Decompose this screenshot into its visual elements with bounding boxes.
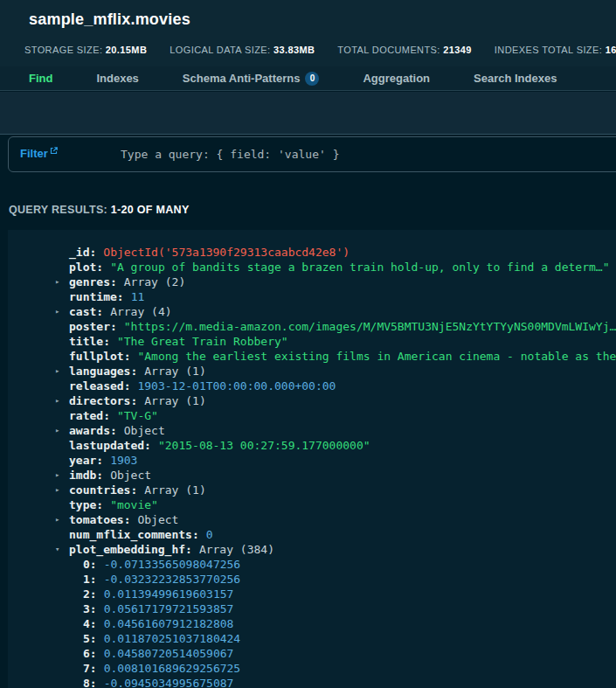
document-field-row[interactable]: 8:-0.0945034995675087 [8,676,616,688]
tab-aggregation[interactable]: Aggregation [363,72,430,85]
field-value: 0.04561607912182808 [104,616,234,631]
document-field-row[interactable]: 1:-0.03232232853770256 [8,572,616,587]
field-value: 0 [206,527,213,542]
document-field-row[interactable]: ▸imdb:Object [8,468,616,483]
expand-arrow-icon[interactable]: ▸ [55,423,69,438]
field-key: 1 [83,572,90,587]
document-field-row[interactable]: 3:0.05617179721593857 [8,601,616,616]
field-value: Array (1) [144,483,205,497]
field-key: imdb [69,468,96,483]
field-key: awards [69,423,110,438]
tab-label: Find [29,72,52,85]
expand-arrow-icon[interactable]: ▸ [55,275,69,289]
document-field-row[interactable]: lastupdated:"2015-08-13 00:27:59.1770000… [8,438,616,453]
query-results-label: QUERY RESULTS: [9,204,107,216]
field-separator: : [89,245,96,260]
field-key: title [69,334,103,349]
document-field-row[interactable]: 4:0.04561607912182808 [8,616,616,631]
field-key: released [69,379,124,393]
field-separator: : [90,661,97,676]
document-field-row[interactable]: ▸directors:Array (1) [8,393,616,408]
field-separator: : [185,542,192,557]
field-key: 7 [83,661,90,676]
field-key: directors [69,393,130,408]
tab-schema-anti-patterns[interactable]: Schema Anti-Patterns0 [183,72,320,86]
filter-query-input[interactable] [121,137,610,171]
field-value: Object [124,423,165,438]
expand-arrow-icon[interactable]: ▸ [55,468,69,483]
field-key: plot_embedding_hf [69,542,185,557]
tab-search-indexes[interactable]: Search Indexes [474,72,557,85]
page-title: sample_mflix.movies [29,10,190,29]
document-field-row[interactable]: ▸countries:Array (1) [8,483,616,497]
field-key: countries [69,483,130,497]
field-value: "The Great Train Robbery" [117,334,288,349]
expand-arrow-icon[interactable]: ▸ [55,512,69,527]
field-key: 5 [83,631,90,646]
document-field-row[interactable]: 0:-0.07133565098047256 [8,557,616,572]
tab-label: Search Indexes [474,72,557,85]
field-key: poster [69,319,110,334]
field-key: 4 [83,616,90,631]
field-key: 3 [83,601,90,616]
document-field-row[interactable]: ▸languages:Array (1) [8,364,616,379]
document-field-row[interactable]: ▸cast:Array (4) [8,304,616,319]
collection-stats: STORAGE SIZE: 20.15MBLOGICAL DATA SIZE: … [24,45,616,55]
field-separator: : [124,349,131,364]
document-field-row[interactable]: released:1903-12-01T00:00:00.000+00:00 [8,379,616,393]
field-separator: : [90,676,97,688]
document-field-row[interactable]: rated:"TV-G" [8,408,616,423]
field-value: Array (1) [144,393,205,408]
document-field-row[interactable]: num_mflix_comments:0 [8,527,616,542]
field-separator: : [110,275,117,289]
query-bar-band [0,92,616,135]
field-key: rated [69,408,103,423]
expand-arrow-icon[interactable]: ▸ [55,364,69,379]
expand-arrow-icon[interactable]: ▸ [55,393,69,408]
field-value: 11 [131,289,145,304]
field-separator: : [96,304,103,319]
document-field-row[interactable]: 5:0.011870251037180424 [8,631,616,646]
tab-badge: 0 [305,72,319,86]
document-field-row[interactable]: year:1903 [8,453,616,468]
document-field-row[interactable]: plot:"A group of bandits stage a brazen … [8,260,616,275]
stat-label: STORAGE SIZE: [24,45,106,55]
field-value: "Among the earliest existing films in Am… [137,349,616,364]
field-value: Object [110,468,151,483]
tab-find[interactable]: Find [29,72,52,85]
collection-stat: TOTAL DOCUMENTS: 21349 [337,45,471,55]
tab-indexes[interactable]: Indexes [96,72,138,85]
expand-arrow-icon[interactable]: ▸ [55,304,69,319]
filter-docs-link[interactable]: Filter [20,147,58,160]
collection-stat: LOGICAL DATA SIZE: 33.83MB [170,45,315,55]
collapse-arrow-icon[interactable]: ▾ [55,542,69,557]
stat-label: INDEXES TOTAL SIZE: [495,45,606,55]
expand-arrow-icon[interactable]: ▸ [55,483,69,497]
collection-stat: STORAGE SIZE: 20.15MB [24,45,147,55]
stat-value: 21349 [443,45,472,55]
document-field-row[interactable]: type:"movie" [8,497,616,512]
field-separator: : [90,631,97,646]
field-separator: : [96,468,103,483]
document-field-row[interactable]: ▾plot_embedding_hf:Array (384) [8,542,616,557]
document-field-row[interactable]: ▸tomatoes:Object [8,512,616,527]
document-field-row[interactable]: fullplot:"Among the earliest existing fi… [8,349,616,364]
field-separator: : [90,587,97,601]
document-field-row[interactable]: ▸awards:Object [8,423,616,438]
stat-label: LOGICAL DATA SIZE: [170,45,273,55]
field-value: 0.04580720514059067 [104,646,234,661]
document-field-row[interactable]: poster:"https://m.media-amazon.com/image… [8,319,616,334]
document-field-row[interactable]: _id:ObjectId('573a1390f29313caabcd42e8') [8,245,616,260]
document-card[interactable]: _id:ObjectId('573a1390f29313caabcd42e8')… [8,230,616,688]
field-value: ObjectId('573a1390f29313caabcd42e8') [103,245,350,260]
stat-value: 33.83MB [273,45,315,55]
field-key: num_mflix_comments [69,527,192,542]
document-field-row[interactable]: title:"The Great Train Robbery" [8,334,616,349]
document-field-row[interactable]: 7:0.008101689629256725 [8,661,616,676]
field-value: "movie" [110,497,158,512]
document-field-row[interactable]: 2:0.01139499619603157 [8,587,616,601]
document-field-row[interactable]: 6:0.04580720514059067 [8,646,616,661]
document-field-row[interactable]: runtime:11 [8,289,616,304]
field-key: genres [69,275,110,289]
document-field-row[interactable]: ▸genres:Array (2) [8,275,616,289]
